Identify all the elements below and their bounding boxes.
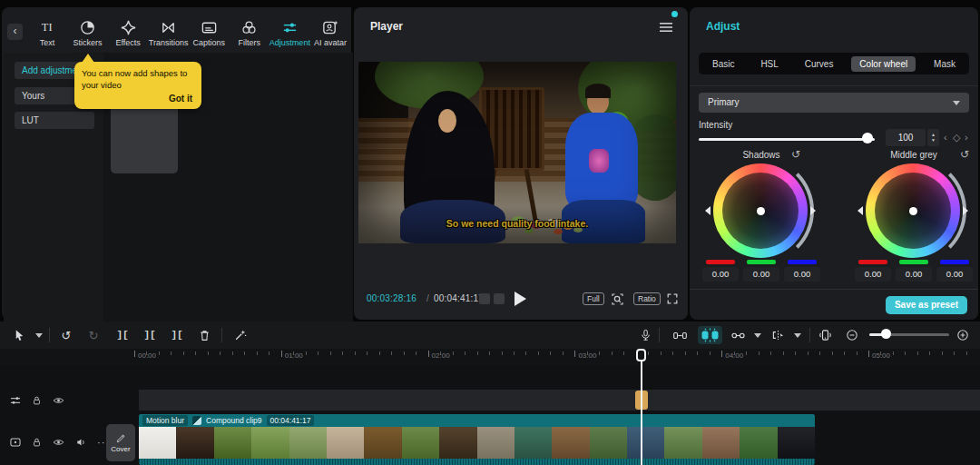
ruler-tick [318, 351, 318, 355]
link-clips-dropdown[interactable] [750, 327, 766, 343]
nav-item-text[interactable]: TI Text [27, 19, 67, 47]
eye-icon[interactable] [52, 394, 65, 407]
play-button[interactable] [514, 292, 526, 306]
tab-mask[interactable]: Mask [926, 56, 964, 72]
shadows-red-value[interactable]: 0.00 [702, 267, 739, 282]
ruler-tick [574, 351, 575, 357]
next-frame-button[interactable] [494, 293, 505, 304]
expand-icon [665, 292, 680, 306]
clip-thumbnail [289, 427, 327, 459]
right-arrow-icon[interactable] [810, 206, 816, 215]
ruler-tick [232, 351, 233, 355]
ruler-tick [844, 351, 845, 355]
speaker-icon[interactable] [74, 436, 88, 449]
nav-item-stickers[interactable]: Stickers [68, 19, 108, 47]
playhead-handle[interactable] [636, 349, 646, 361]
save-as-preset-button[interactable]: Save as preset [886, 296, 967, 314]
playhead-line[interactable] [641, 351, 642, 465]
divider [690, 289, 978, 290]
video-preview[interactable]: So we need quality food intake. [358, 62, 676, 243]
nav-item-filters[interactable]: Filters [230, 19, 270, 47]
nav-item-adjustment[interactable]: Adjustment [270, 19, 309, 47]
divider [690, 85, 978, 86]
compound-clip[interactable]: Motion blur Compound clip9 00:04:41:17 [139, 414, 815, 465]
shapes-tooltip: You can now add shapes to your video Got… [74, 62, 201, 109]
middle-grey-color-wheel[interactable] [866, 163, 960, 258]
tab-basic[interactable]: Basic [704, 56, 742, 72]
sidebar-item-lut[interactable]: LUT [15, 112, 94, 129]
zoom-in-button[interactable] [955, 327, 971, 343]
ruler-tick [342, 351, 343, 355]
lock-icon[interactable] [31, 436, 43, 449]
compound-clip-header: Motion blur Compound clip9 00:04:41:17 [139, 414, 815, 427]
clip-thumbnail [627, 427, 664, 459]
main-track-magnet-button[interactable] [671, 327, 688, 343]
ratio-button[interactable]: Ratio [633, 292, 661, 305]
middle-grey-green-value[interactable]: 0.00 [896, 267, 932, 282]
shadows-blue-value[interactable]: 0.00 [784, 267, 820, 282]
prev-frame-button[interactable] [479, 293, 490, 304]
redo-button[interactable]: ↻ [85, 327, 102, 343]
shadows-color-wheel[interactable] [713, 163, 808, 258]
prev-keyframe-button[interactable]: ‹ [944, 132, 947, 143]
left-arrow-icon[interactable] [705, 206, 710, 215]
fullscreen-button[interactable] [665, 292, 680, 306]
delete-right-button[interactable]: ][ [169, 327, 185, 343]
ruler-tick [661, 351, 662, 355]
full-button[interactable]: Full [583, 292, 604, 305]
intensity-slider-thumb[interactable] [862, 133, 873, 143]
nav-item-transitions[interactable]: Transitions [149, 19, 189, 47]
record-voiceover-button[interactable] [637, 327, 653, 343]
preview-axis-button[interactable] [769, 327, 786, 343]
timeline-zoom-thumb[interactable] [881, 329, 891, 339]
lock-icon[interactable] [31, 394, 43, 407]
nav-item-ai-avatar[interactable]: AI avatar [310, 19, 350, 47]
left-arrow-icon[interactable] [858, 206, 863, 215]
add-keyframe-button[interactable]: ◇ [953, 132, 960, 143]
tab-hsl[interactable]: HSL [752, 56, 786, 72]
player-menu-button[interactable] [659, 21, 673, 34]
link-clips-button[interactable] [730, 327, 746, 343]
scope-dropdown[interactable]: Primary [699, 93, 969, 113]
adjustment-preset-card[interactable] [111, 103, 178, 173]
next-keyframe-button[interactable]: › [965, 132, 968, 143]
delete-button[interactable] [196, 327, 212, 343]
cover-button[interactable]: Cover [106, 424, 135, 461]
shadows-luma-arc[interactable] [707, 157, 814, 264]
tab-color-wheel[interactable]: Color wheel [851, 56, 916, 72]
collapse-panel-button[interactable]: ‹ [7, 24, 23, 40]
middle-grey-red-value[interactable]: 0.00 [855, 267, 891, 282]
select-tool-button[interactable] [11, 327, 27, 343]
got-it-button[interactable]: Got it [169, 94, 192, 104]
main-track-header: ··· [9, 436, 110, 449]
middle-grey-blue-value[interactable]: 0.00 [936, 267, 973, 282]
nav-item-effects[interactable]: Effects [108, 19, 148, 47]
adjustment-track-lane[interactable] [139, 390, 980, 411]
select-tool-dropdown[interactable] [31, 327, 47, 343]
nav-item-captions[interactable]: Captions [189, 19, 229, 47]
phone-preview-button[interactable] [817, 327, 833, 343]
eye-icon[interactable] [52, 436, 65, 449]
shadows-reset-icon[interactable]: ↺ [791, 148, 800, 161]
ruler-tick [244, 351, 245, 355]
intensity-value[interactable]: 100 [886, 129, 926, 146]
preview-axis-dropdown[interactable] [789, 327, 806, 343]
zoom-in-icon [956, 328, 970, 342]
compound-clip-duration: 00:04:41:17 [267, 415, 315, 426]
magic-tools-button[interactable] [232, 327, 249, 343]
zoom-out-button[interactable] [844, 327, 860, 343]
timeline-ruler[interactable]: 00:0001:0002:0003:0004:0005:00 [0, 349, 980, 365]
shadows-green-value[interactable]: 0.00 [743, 267, 779, 282]
intensity-stepper[interactable]: ▲▼ [927, 129, 939, 146]
frame-zoom-button[interactable] [610, 292, 625, 307]
middle-grey-luma-arc[interactable] [859, 157, 966, 264]
tab-curves[interactable]: Curves [797, 56, 842, 72]
intensity-slider[interactable] [699, 138, 875, 141]
auto-snap-toggle[interactable] [698, 326, 722, 344]
right-arrow-icon[interactable] [963, 206, 968, 215]
undo-button[interactable]: ↺ [58, 327, 74, 343]
delete-left-button[interactable]: ][ [142, 327, 158, 343]
ruler-tick [453, 351, 454, 355]
split-button[interactable]: ][ [114, 327, 131, 343]
middle-grey-reset-icon[interactable]: ↺ [960, 148, 969, 161]
